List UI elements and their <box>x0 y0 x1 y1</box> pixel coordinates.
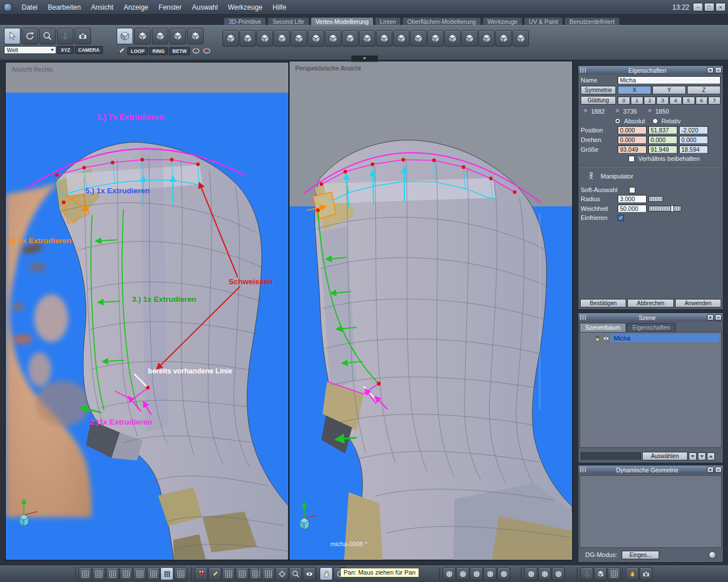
select-arrow-icon[interactable] <box>4 28 20 44</box>
scroll-up-button[interactable] <box>707 452 715 460</box>
smoothing-level-button[interactable]: 2 <box>644 97 656 105</box>
thickness-icon[interactable] <box>291 30 307 47</box>
relative-radio[interactable] <box>652 118 658 124</box>
collapse-icon[interactable]: ▾ <box>707 467 714 473</box>
visibility-eye-icon[interactable] <box>303 567 316 580</box>
cancel-button[interactable]: Abbrechen <box>627 299 673 307</box>
wireframe-sphere-icon[interactable] <box>442 567 456 580</box>
collapse-icon[interactable]: ▾ <box>707 67 714 73</box>
extract-icon[interactable] <box>410 30 427 47</box>
sweep-icon[interactable] <box>274 30 290 47</box>
symmetry-axis-button[interactable]: Y <box>652 86 686 94</box>
show-axis-icon[interactable] <box>580 567 593 580</box>
menu-item[interactable]: Auswahl <box>187 3 222 11</box>
betw-button[interactable]: BETW <box>169 47 190 55</box>
maximize-icon[interactable]: □ <box>704 3 714 11</box>
zoom-tool-icon[interactable] <box>289 567 302 580</box>
lock-icon[interactable] <box>594 335 601 342</box>
extrude-edge-icon[interactable] <box>325 30 341 47</box>
menu-item[interactable]: Bearbeiten <box>43 3 86 11</box>
menu-item[interactable]: Datei <box>16 3 43 11</box>
smoothing-level-button[interactable]: 4 <box>669 97 682 105</box>
symmetry-button[interactable]: Symmetrie <box>581 86 616 94</box>
close-icon[interactable]: × <box>715 467 722 473</box>
face-count-icon[interactable] <box>646 107 653 114</box>
freeze-checkbox[interactable] <box>618 215 624 221</box>
y-value-field[interactable]: 91.949 <box>648 146 677 153</box>
chamfer-icon[interactable] <box>308 30 324 47</box>
collapse-grid-icon[interactable] <box>262 567 275 580</box>
xray-sphere-icon[interactable] <box>538 567 551 580</box>
edge-mode-icon[interactable] <box>152 28 168 44</box>
pan-icon[interactable] <box>320 567 333 580</box>
decimate-icon[interactable] <box>444 30 461 47</box>
close-icon[interactable]: × <box>715 67 722 73</box>
grid-xz-icon[interactable] <box>119 567 133 580</box>
textured-sphere-icon[interactable] <box>483 567 497 580</box>
magnet-deform-icon[interactable] <box>512 30 529 47</box>
grid-yz-icon[interactable] <box>106 567 119 580</box>
grid-xy-icon[interactable] <box>92 567 105 580</box>
vertex-mode-icon[interactable] <box>134 28 151 44</box>
menu-item[interactable]: Anzeige <box>118 3 153 11</box>
axis-widget-icon[interactable] <box>57 28 73 44</box>
show-grid-icon[interactable] <box>607 567 621 580</box>
pattern-grid-icon[interactable] <box>235 567 249 580</box>
viewport-perspective[interactable]: Perspektivische Ansicht micha-0008 * <box>289 61 572 560</box>
flame-icon[interactable] <box>626 567 639 580</box>
softness-slider[interactable] <box>648 206 681 211</box>
world-dropdown[interactable]: Welt <box>4 46 56 54</box>
ghost-sphere-icon[interactable] <box>524 567 537 580</box>
symmetry-axis-button[interactable]: Z <box>687 86 721 94</box>
radius-slider[interactable] <box>648 196 663 202</box>
full-grid-icon[interactable] <box>160 567 173 580</box>
z-value-field[interactable]: 0.000 <box>679 136 708 144</box>
right-view-canvas[interactable] <box>6 63 288 560</box>
weld-points-icon[interactable] <box>359 30 375 47</box>
panel-grip-icon[interactable] <box>580 467 586 472</box>
smoothing-level-button[interactable]: 6 <box>696 97 708 105</box>
loop-button[interactable]: LOOP <box>127 47 148 55</box>
smooth-icon[interactable] <box>239 30 256 47</box>
softness-field[interactable]: 50.000 <box>618 205 647 213</box>
camera-head-icon[interactable] <box>75 28 91 44</box>
x-value-field[interactable]: 93.049 <box>618 146 647 153</box>
minimize-icon[interactable]: − <box>693 3 703 11</box>
object-mode-icon[interactable] <box>187 28 204 44</box>
vertex-count-icon[interactable] <box>582 107 589 114</box>
stamp-grid-icon[interactable] <box>222 567 235 580</box>
xyz-button[interactable]: XYZ <box>57 46 74 54</box>
dyngeo-titlebar[interactable]: Dynamische Geometrie ▾× <box>578 465 723 474</box>
edge-count-icon[interactable] <box>614 107 621 114</box>
smoothing-button[interactable]: Glättung <box>581 96 616 105</box>
backface-sphere-icon[interactable] <box>552 567 565 580</box>
fillet-icon[interactable] <box>393 30 410 47</box>
scene-tab[interactable]: Eigenschaften <box>627 323 676 332</box>
viewport-menu-tab[interactable] <box>351 55 378 62</box>
smoothing-level-button[interactable]: 5 <box>682 97 695 105</box>
symmetry-axis-button[interactable]: X <box>618 86 651 94</box>
close-icon[interactable]: × <box>715 3 726 11</box>
scene-tree[interactable]: Micha <box>580 332 722 448</box>
slider-handle[interactable] <box>671 205 674 212</box>
z-value-field[interactable]: 18.594 <box>679 146 708 153</box>
x-value-field[interactable]: 0.000 <box>618 136 647 144</box>
extrude-surface-icon[interactable] <box>257 30 273 47</box>
show-cube-icon[interactable] <box>594 567 607 580</box>
close-icon[interactable]: × <box>715 314 722 321</box>
dg-mode-dropdown[interactable]: Einges... <box>622 551 659 559</box>
menu-item[interactable]: Werkzeuge <box>223 3 267 11</box>
magnetic-grid-icon[interactable] <box>147 567 160 580</box>
zoom-camera-icon[interactable] <box>39 28 56 44</box>
eye-icon[interactable] <box>602 335 610 342</box>
radius-field[interactable]: 3.000 <box>618 195 647 203</box>
select-dropdown-button[interactable] <box>689 452 697 460</box>
scene-tree-item[interactable]: Micha <box>594 334 719 342</box>
collapse-icon[interactable]: ▾ <box>707 314 714 321</box>
copy-symmetry-icon[interactable] <box>495 30 512 47</box>
render-camera-icon[interactable] <box>639 567 652 580</box>
symmetry-icon[interactable] <box>478 30 495 47</box>
scene-tab[interactable]: Szenenbaum <box>580 323 626 332</box>
crosshair-icon[interactable] <box>275 567 288 580</box>
tessellate-icon[interactable] <box>222 30 239 47</box>
